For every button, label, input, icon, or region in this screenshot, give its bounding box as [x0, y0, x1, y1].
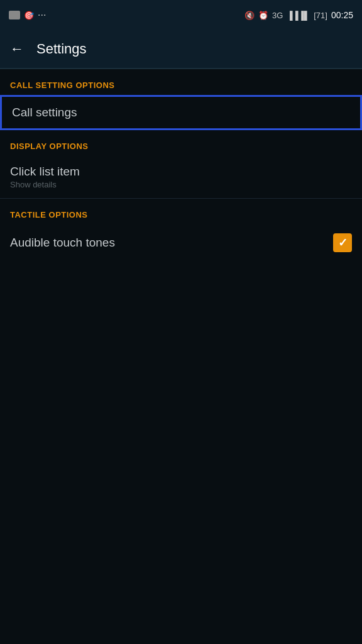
audible-touch-tones-checkbox[interactable]: ✓ [333, 233, 352, 252]
alarm-icon: ⏰ [258, 11, 268, 20]
checkmark-icon: ✓ [338, 236, 348, 250]
display-options-header: DISPLAY OPTIONS [0, 130, 362, 156]
page-title: Settings [36, 41, 87, 57]
battery-level: 71 [316, 11, 325, 20]
target-icon: 🎯 [24, 11, 34, 20]
click-list-item-subtitle: Show details [10, 180, 80, 189]
app-bar: ← Settings [0, 30, 362, 68]
call-settings-title: Call settings [12, 106, 350, 119]
tactile-options-header: TACTILE OPTIONS [0, 199, 362, 225]
image-icon [9, 11, 20, 19]
audible-touch-tones-item[interactable]: Audible touch tones ✓ [0, 225, 362, 261]
mute-icon: 🔇 [244, 11, 255, 20]
status-bar-right: 🔇 ⏰ 3G ▐▐▐▌ [71] 00:25 [244, 10, 353, 20]
settings-content: CALL SETTING OPTIONS Call settings DISPL… [0, 69, 362, 261]
time-display: 00:25 [331, 10, 353, 20]
audible-touch-tones-title: Audible touch tones [10, 236, 115, 250]
status-bar: 🎯 ··· 🔇 ⏰ 3G ▐▐▐▌ [71] 00:25 [0, 0, 362, 30]
call-settings-item[interactable]: Call settings [0, 95, 362, 130]
click-list-item[interactable]: Click list item Show details [0, 156, 362, 198]
status-bar-left: 🎯 ··· [9, 9, 46, 21]
click-list-item-title: Click list item [10, 165, 80, 179]
call-setting-options-header: CALL SETTING OPTIONS [0, 69, 362, 95]
signal-bars-icon: ▐▐▐▌ [287, 11, 310, 20]
more-icon: ··· [38, 9, 46, 21]
signal-text: 3G [272, 11, 283, 20]
back-button[interactable]: ← [10, 41, 24, 57]
click-list-item-text: Click list item Show details [10, 165, 80, 189]
battery-icon: [71] [314, 11, 327, 20]
